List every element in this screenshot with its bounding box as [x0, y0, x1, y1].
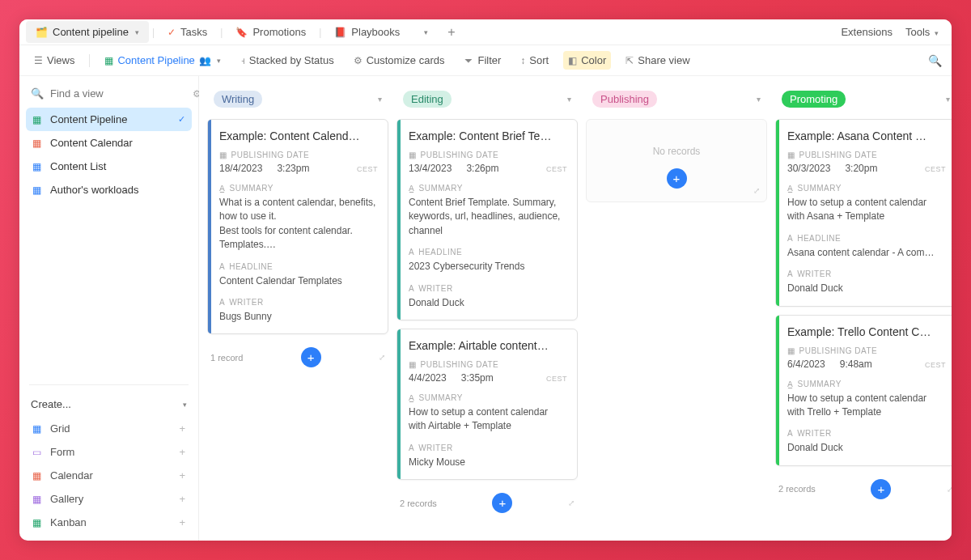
sidebar-view-item[interactable]: ▦Content Calendar — [26, 131, 192, 155]
tools-link[interactable]: Tools ▾ — [905, 26, 939, 38]
column-title-pill[interactable]: Publishing — [592, 91, 657, 108]
expand-icon[interactable]: ⤢ — [379, 353, 385, 362]
field-label: ▦PUBLISHING DATE — [787, 151, 946, 159]
chevron-down-icon[interactable]: ▾ — [946, 95, 950, 104]
calendar-icon: ▦ — [219, 151, 227, 159]
sidebar-view-item[interactable]: ▦Content Pipeline✓ — [26, 108, 192, 131]
nav-tab-promotions[interactable]: 🔖 Promotions — [226, 21, 316, 43]
person-icon: A — [409, 443, 414, 452]
card-title: Example: Content Brief Te… — [409, 129, 567, 142]
sidebar-view-item[interactable]: ▦Author's workloads — [26, 178, 192, 202]
board-column: Writing ▾ Example: Content Calend… ▦PUBL… — [207, 86, 388, 531]
sort-button[interactable]: ↕ Sort — [515, 51, 553, 70]
publishing-date-value: 6/4/2023 9:48am CEST — [787, 358, 946, 370]
field-label: ▦PUBLISHING DATE — [787, 346, 946, 355]
date: 18/4/2023 — [219, 163, 262, 174]
share-view-button[interactable]: ⇱ Share view — [621, 51, 694, 70]
calendar-icon: ▦ — [409, 151, 417, 159]
create-option[interactable]: ▦Grid+ — [26, 417, 192, 440]
record-card[interactable]: Example: Trello Content C… ▦PUBLISHING D… — [775, 315, 952, 466]
create-option[interactable]: ▦Kanban+ — [26, 511, 192, 534]
board-column: Editing ▾ Example: Content Brief Te… ▦PU… — [396, 86, 578, 531]
person-icon: A — [787, 429, 793, 438]
check-icon: ✓ — [167, 27, 176, 38]
nav-tab-tasks[interactable]: ✓ Tasks — [158, 21, 217, 43]
nav-tab-playbooks[interactable]: 📕 Playbooks — [324, 21, 409, 43]
field-label: ▦PUBLISHING DATE — [409, 151, 567, 159]
sort-icon: ↕ — [520, 55, 525, 66]
date: 30/3/2023 — [787, 163, 830, 174]
expand-icon[interactable]: ⤢ — [753, 186, 760, 195]
column-header: Editing ▾ — [396, 86, 578, 112]
search-button[interactable]: 🔍 — [928, 54, 942, 67]
users-icon: 👥 — [199, 55, 211, 66]
workspace-tab[interactable]: 🗂️ Content pipeline ▾ — [26, 21, 149, 43]
column-title-pill[interactable]: Promoting — [782, 91, 846, 108]
stacked-by-button[interactable]: ⫞ Stacked by Status — [235, 51, 339, 70]
plus-icon[interactable]: + — [179, 422, 185, 435]
column-title-pill[interactable]: Writing — [214, 91, 262, 108]
create-option[interactable]: ▭Form+ — [26, 440, 192, 464]
type-icon: ▭ — [32, 447, 44, 458]
writer-value: Donald Duck — [409, 296, 567, 310]
create-label: Gallery — [50, 493, 83, 505]
field-label: A̲SUMMARY — [787, 380, 946, 388]
type-icon: ▦ — [32, 517, 44, 528]
extensions-link[interactable]: Extensions — [841, 26, 893, 38]
nav-tab-label: Promotions — [252, 26, 306, 38]
record-card[interactable]: Example: Content Calend… ▦PUBLISHING DAT… — [207, 119, 388, 334]
date: 13/4/2023 — [409, 163, 452, 174]
chevron-down-icon[interactable]: ▾ — [135, 28, 139, 36]
chevron-down-icon[interactable]: ▾ — [567, 95, 571, 104]
create-option[interactable]: ▦Gallery+ — [26, 487, 192, 511]
body: 🔍 ⚙ ▦Content Pipeline✓▦Content Calendar▦… — [19, 76, 952, 541]
current-view[interactable]: ▦ Content Pipeline 👥 ▾ — [100, 51, 225, 70]
find-view-input[interactable]: 🔍 ⚙ — [26, 83, 192, 104]
sidebar-view-item[interactable]: ▦Content List — [26, 155, 192, 178]
chevron-down-icon[interactable]: ▾ — [378, 95, 382, 104]
add-record-button[interactable]: + — [667, 168, 687, 189]
field-label: AHEADLINE — [219, 262, 378, 271]
nav-tab-more[interactable]: ▾ — [413, 23, 438, 41]
chevron-down-icon[interactable]: ▾ — [757, 95, 761, 104]
text-icon: A̲ — [219, 184, 226, 193]
views-menu[interactable]: ☰ Views — [29, 51, 79, 70]
plus-icon[interactable]: + — [179, 446, 185, 458]
add-record-button[interactable]: + — [871, 479, 891, 499]
chevron-down-icon: ▾ — [183, 401, 187, 409]
create-toggle[interactable]: Create... ▾ — [26, 392, 192, 417]
writer-value: Donald Duck — [787, 441, 946, 455]
record-card[interactable]: Example: Content Brief Te… ▦PUBLISHING D… — [396, 119, 578, 320]
top-nav-left: 🗂️ Content pipeline ▾ | ✓ Tasks | 🔖 Prom… — [26, 21, 462, 43]
expand-icon[interactable]: ⤢ — [947, 485, 952, 494]
top-nav-right: Extensions Tools ▾ — [841, 26, 945, 38]
plus-icon[interactable]: + — [179, 493, 185, 505]
board-column: Promoting ▾ Example: Asana Content … ▦PU… — [775, 86, 952, 531]
field-label: AWRITER — [409, 443, 567, 452]
timezone: CEST — [546, 165, 567, 173]
add-tab-button[interactable]: + — [441, 22, 461, 43]
find-view-field[interactable] — [50, 87, 186, 100]
summary-value: How to setup a content calendar with Tre… — [787, 392, 946, 420]
check-icon: ✓ — [178, 114, 185, 125]
customize-cards-button[interactable]: ⚙ Customize cards — [349, 51, 450, 70]
expand-icon[interactable]: ⤢ — [568, 498, 575, 507]
separator: | — [319, 27, 321, 38]
record-card[interactable]: Example: Airtable content… ▦PUBLISHING D… — [396, 329, 578, 480]
column-title-pill[interactable]: Editing — [403, 91, 452, 108]
chevron-down-icon[interactable]: ▾ — [217, 57, 221, 65]
add-record-button[interactable]: + — [301, 347, 321, 367]
workspace-name: Content pipeline — [53, 26, 129, 38]
calendar-icon: ▦ — [787, 151, 795, 159]
view-list: ▦Content Pipeline✓▦Content Calendar▦Cont… — [26, 108, 192, 202]
color-button[interactable]: ◧ Color — [563, 51, 611, 70]
time: 3:23pm — [277, 163, 309, 174]
add-record-button[interactable]: + — [492, 493, 512, 513]
filter-button[interactable]: ⏷ Filter — [459, 51, 506, 70]
view-label: Content List — [50, 160, 106, 172]
create-option[interactable]: ▦Calendar+ — [26, 464, 192, 487]
plus-icon[interactable]: + — [179, 469, 185, 482]
no-records-label: No records — [653, 146, 701, 157]
plus-icon[interactable]: + — [179, 516, 185, 528]
record-card[interactable]: Example: Asana Content … ▦PUBLISHING DAT… — [775, 119, 952, 307]
